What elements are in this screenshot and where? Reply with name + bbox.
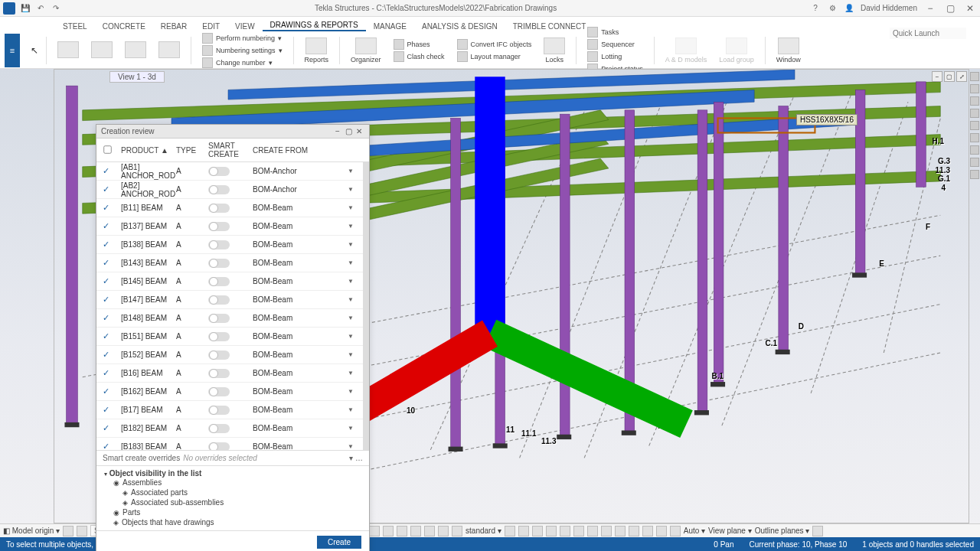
header-type[interactable]: TYPE <box>176 146 208 155</box>
table-row[interactable]: ✓[B11] BEAMABOM-Beam▼ <box>96 199 363 217</box>
bt-icon-2[interactable] <box>77 526 87 536</box>
smart-create-overrides[interactable]: Smart create overrides No overrides sele… <box>96 450 369 465</box>
row-check-icon[interactable]: ✓ <box>103 442 121 450</box>
convert-ifc-button[interactable]: Convert IFC objects <box>457 39 532 50</box>
ad-models-button[interactable]: A & D models <box>661 34 712 67</box>
tab-view[interactable]: VIEW <box>227 21 263 31</box>
save-icon[interactable]: 💾 <box>20 3 31 14</box>
row-create-from-dropdown[interactable]: BOM-Beam▼ <box>253 442 357 450</box>
bt-tool-x[interactable] <box>546 526 557 536</box>
side-tool-6[interactable] <box>970 133 979 142</box>
table-row[interactable]: ✓[B162] BEAMABOM-Beam▼ <box>96 383 363 401</box>
row-smart-toggle[interactable] <box>208 167 253 176</box>
bt-tool-ae[interactable] <box>642 526 653 536</box>
maximize-button[interactable]: ▢ <box>943 3 957 14</box>
table-row[interactable]: ✓[B152] BEAMABOM-Beam▼ <box>96 346 363 364</box>
tab-manage[interactable]: MANAGE <box>366 21 414 31</box>
bt-tool-n[interactable] <box>369 526 380 536</box>
file-menu-button[interactable]: ≡ <box>5 34 20 67</box>
row-create-from-dropdown[interactable]: BOM-Beam▼ <box>253 277 357 285</box>
bt-tool-p[interactable] <box>397 526 407 536</box>
row-create-from-dropdown[interactable]: BOM-Beam▼ <box>253 259 357 267</box>
side-tool-1[interactable] <box>970 72 979 81</box>
table-row[interactable]: ✓[B182] BEAMABOM-Beam▼ <box>96 419 363 438</box>
phases-button[interactable]: Phases <box>394 39 430 50</box>
side-tool-2[interactable] <box>970 84 979 93</box>
selector-standard[interactable]: standard ▾ <box>466 527 501 535</box>
row-check-icon[interactable]: ✓ <box>103 221 121 231</box>
row-smart-toggle[interactable] <box>208 387 253 396</box>
load-group-button[interactable]: Load group <box>714 34 759 67</box>
panel-rows[interactable]: ✓[AB1] ANCHOR_RODABOM-Anchor▼✓[AB2] ANCH… <box>96 162 369 450</box>
table-row[interactable]: ✓[AB1] ANCHOR_RODABOM-Anchor▼ <box>96 162 363 181</box>
clash-check-button[interactable]: Clash check <box>394 51 445 62</box>
table-row[interactable]: ✓[B138] BEAMABOM-Beam▼ <box>96 236 363 254</box>
locks-button[interactable]: Locks <box>539 34 570 67</box>
create-button[interactable]: Create <box>317 536 361 549</box>
bt-tool-o[interactable] <box>383 526 394 536</box>
help-icon[interactable]: ? <box>810 3 821 14</box>
vis-assemblies[interactable]: ◉Assemblies <box>113 478 361 487</box>
minimize-button[interactable]: − <box>923 3 937 14</box>
bt-tool-w[interactable] <box>532 526 543 536</box>
table-row[interactable]: ✓[B183] BEAMABOM-Beam▼ <box>96 438 363 450</box>
row-create-from-dropdown[interactable]: BOM-Beam▼ <box>253 222 357 230</box>
row-smart-toggle[interactable] <box>208 442 253 451</box>
layout-manager-button[interactable]: Layout manager <box>457 51 521 62</box>
selector-view-plane[interactable]: View plane ▾ <box>708 527 752 535</box>
vis-assoc-parts[interactable]: ◈Associated parts <box>122 487 361 497</box>
row-smart-toggle[interactable] <box>208 295 253 305</box>
row-smart-toggle[interactable] <box>208 350 253 360</box>
selector-auto[interactable]: Auto ▾ <box>684 527 705 535</box>
row-check-icon[interactable]: ✓ <box>103 386 121 396</box>
vis-drawings[interactable]: ◈Objects that have drawings <box>113 517 361 527</box>
row-check-icon[interactable]: ✓ <box>103 203 121 213</box>
row-create-from-dropdown[interactable]: BOM-Beam▼ <box>253 387 357 396</box>
selector-outline-planes[interactable]: Outline planes ▾ <box>755 527 810 535</box>
row-smart-toggle[interactable] <box>208 240 253 249</box>
header-create-from[interactable]: CREATE FROM <box>253 146 363 155</box>
sequencer-button[interactable]: Sequencer <box>587 39 635 50</box>
row-check-icon[interactable]: ✓ <box>103 184 121 194</box>
side-tool-8[interactable] <box>970 158 979 167</box>
row-check-icon[interactable]: ✓ <box>103 350 121 360</box>
side-tool-9[interactable] <box>970 170 979 179</box>
row-smart-toggle[interactable] <box>208 222 253 231</box>
drawing-list-button[interactable] <box>53 34 83 67</box>
row-smart-toggle[interactable] <box>208 424 253 433</box>
bt-tool-ag[interactable] <box>670 526 681 536</box>
table-row[interactable]: ✓[B145] BEAMABOM-Beam▼ <box>96 272 363 291</box>
tasks-button[interactable]: Tasks <box>587 27 619 37</box>
window-button[interactable]: Window <box>772 34 805 67</box>
row-create-from-dropdown[interactable]: BOM-Beam▼ <box>253 314 357 322</box>
tab-steel[interactable]: STEEL <box>55 21 95 31</box>
bt-tool-s[interactable] <box>438 526 449 536</box>
tab-concrete[interactable]: CONCRETE <box>95 21 153 31</box>
side-tool-3[interactable] <box>970 96 979 106</box>
table-row[interactable]: ✓[B16] BEAMABOM-Beam▼ <box>96 364 363 383</box>
perform-numbering-button[interactable]: Perform numbering▾ <box>202 33 282 44</box>
organizer-button[interactable]: Organizer <box>346 34 386 67</box>
select-all-checkbox[interactable] <box>103 145 121 156</box>
bt-tool-r[interactable] <box>424 526 435 536</box>
panel-close-button[interactable]: ✕ <box>354 126 364 137</box>
row-create-from-dropdown[interactable]: BOM-Beam▼ <box>253 406 357 414</box>
numbering-settings-button[interactable]: Numbering settings▾ <box>202 45 283 56</box>
document-manager-button[interactable] <box>120 34 151 67</box>
undo-icon[interactable]: ↶ <box>35 3 46 14</box>
reports-button[interactable]: Reports <box>300 34 334 67</box>
row-check-icon[interactable]: ✓ <box>103 276 121 286</box>
row-create-from-dropdown[interactable]: BOM-Anchor▼ <box>253 185 357 194</box>
tab-rebar[interactable]: REBAR <box>153 21 194 31</box>
row-create-from-dropdown[interactable]: BOM-Beam▼ <box>253 369 357 377</box>
pointer-icon[interactable]: ↖ <box>29 45 40 56</box>
override-dropdown-icon[interactable]: ▾ … <box>340 454 363 462</box>
bt-tool-y[interactable] <box>560 526 570 536</box>
row-smart-toggle[interactable] <box>208 204 253 213</box>
row-smart-toggle[interactable] <box>208 369 253 378</box>
row-create-from-dropdown[interactable]: BOM-Anchor▼ <box>253 167 357 175</box>
create-drawings-button[interactable] <box>87 34 117 67</box>
row-check-icon[interactable]: ✓ <box>103 166 121 176</box>
viewport-max-button[interactable]: ⤢ <box>956 71 967 82</box>
table-row[interactable]: ✓[B151] BEAMABOM-Beam▼ <box>96 328 363 346</box>
